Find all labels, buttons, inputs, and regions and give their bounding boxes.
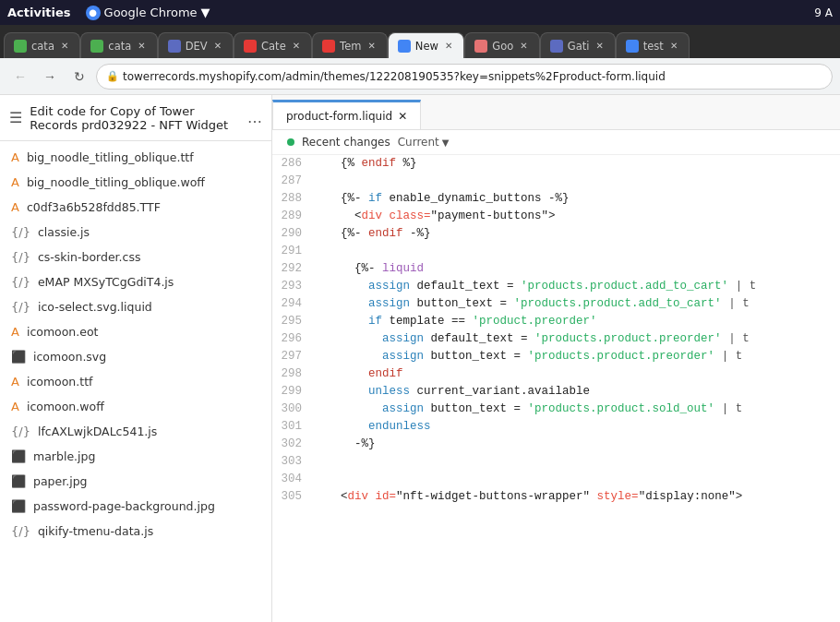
- tab-close-icon[interactable]: ✕: [594, 40, 605, 52]
- font-file-icon: A: [11, 150, 19, 164]
- image-file-icon: ⬛: [11, 474, 26, 488]
- browser-tab-tab5[interactable]: Tem✕: [312, 32, 388, 58]
- line-number: 300: [272, 401, 309, 418]
- tab-close-icon[interactable]: ✕: [443, 40, 454, 52]
- font-file-icon: A: [11, 200, 19, 214]
- css-file-icon: {/}: [11, 250, 30, 264]
- browser-tab-tab2[interactable]: cata✕: [80, 32, 157, 58]
- forward-button[interactable]: →: [37, 64, 63, 90]
- tab-title: Cate: [261, 40, 286, 53]
- line-code[interactable]: {%- liquid: [309, 260, 840, 278]
- tab-title: Tem: [340, 40, 361, 53]
- line-code[interactable]: endif: [309, 365, 840, 383]
- file-name: big_noodle_titling_oblique.ttf: [27, 150, 194, 164]
- sidebar-file-item[interactable]: Aicomoon.eot: [0, 319, 271, 344]
- browser-tab-tab6[interactable]: New✕: [388, 32, 464, 58]
- line-code[interactable]: if template == 'product.preorder': [309, 313, 840, 330]
- line-code[interactable]: {%- endif -%}: [309, 225, 840, 243]
- line-code[interactable]: [309, 471, 840, 488]
- file-name: qikify-tmenu-data.js: [38, 524, 153, 538]
- close-tab-icon[interactable]: ✕: [398, 110, 407, 123]
- sidebar-file-item[interactable]: {/}classie.js: [0, 220, 271, 245]
- line-number: 289: [272, 208, 309, 225]
- table-row: 295 if template == 'product.preorder': [272, 313, 840, 330]
- tab-close-icon[interactable]: ✕: [59, 40, 70, 52]
- line-code[interactable]: -%}: [309, 436, 840, 453]
- line-code[interactable]: [309, 243, 840, 260]
- line-code[interactable]: assign default_text = 'products.product.…: [309, 330, 840, 348]
- reload-button[interactable]: ↻: [66, 64, 92, 90]
- sidebar-file-item[interactable]: ⬛marble.jpg: [0, 444, 271, 469]
- tab-close-icon[interactable]: ✕: [518, 40, 529, 52]
- tab-title: test: [643, 40, 664, 53]
- line-number: 295: [272, 313, 309, 330]
- browser-tab-tab8[interactable]: Gati✕: [540, 32, 616, 58]
- table-row: 296 assign default_text = 'products.prod…: [272, 330, 840, 348]
- tab-close-icon[interactable]: ✕: [212, 40, 223, 52]
- browser-tab-tab7[interactable]: Goo✕: [464, 32, 539, 58]
- sidebar-file-item[interactable]: ⬛paper.jpg: [0, 469, 271, 494]
- line-code[interactable]: {%- if enable_dynamic_buttons -%}: [309, 190, 840, 208]
- browser-tab-tab9[interactable]: test✕: [616, 32, 690, 58]
- code-editor[interactable]: 286 {% endif %}287 288 {%- if enable_dyn…: [272, 155, 840, 622]
- line-code[interactable]: endunless: [309, 418, 840, 436]
- line-code[interactable]: unless current_variant.available: [309, 383, 840, 401]
- current-dropdown[interactable]: Current ▼: [398, 136, 450, 149]
- tab-bar: cata✕cata✕DEV✕Cate✕Tem✕New✕Goo✕Gati✕test…: [0, 25, 840, 58]
- browser-tab-tab3[interactable]: DEV✕: [158, 32, 234, 58]
- line-code[interactable]: assign button_text = 'products.product.p…: [309, 348, 840, 365]
- sidebar-file-item[interactable]: {/}qikify-tmenu-data.js: [0, 519, 271, 544]
- sidebar-file-item[interactable]: Aicomoon.ttf: [0, 369, 271, 394]
- js-file-icon: {/}: [11, 425, 30, 438]
- tab-close-icon[interactable]: ✕: [366, 40, 377, 52]
- line-number: 291: [272, 243, 309, 260]
- line-code[interactable]: assign button_text = 'products.product.a…: [309, 295, 840, 313]
- line-code[interactable]: <div id="nft-widget-buttons-wrapper" sty…: [309, 488, 840, 506]
- editor-tab-label: product-form.liquid: [286, 110, 392, 123]
- activities-label[interactable]: Activities: [7, 6, 71, 19]
- browser-content: ☰ Edit code for Copy of Tower Records pr…: [0, 95, 840, 622]
- sidebar-file-item[interactable]: {/}ico-select.svg.liquid: [0, 294, 271, 319]
- line-number: 294: [272, 295, 309, 313]
- sidebar-file-item[interactable]: {/}cs-skin-border.css: [0, 245, 271, 269]
- tab-title: cata: [108, 40, 131, 53]
- browser-tab-tab4[interactable]: Cate✕: [234, 32, 312, 58]
- line-code[interactable]: assign button_text = 'products.product.s…: [309, 401, 840, 418]
- line-code[interactable]: [309, 453, 840, 471]
- sidebar-menu-icon[interactable]: …: [247, 109, 262, 126]
- line-number: 296: [272, 330, 309, 348]
- sidebar-file-item[interactable]: ⬛icomoon.svg: [0, 344, 271, 369]
- line-code[interactable]: assign default_text = 'products.product.…: [309, 278, 840, 295]
- browser-tab-tab1[interactable]: cata✕: [4, 32, 80, 58]
- file-name: eMAP MXSyTCgGdiT4.js: [38, 275, 174, 289]
- tab-title: DEV: [186, 40, 208, 53]
- line-code[interactable]: [309, 173, 840, 190]
- image-file-icon: ⬛: [11, 499, 26, 513]
- back-button[interactable]: ←: [7, 64, 33, 90]
- sidebar-file-item[interactable]: Ac0df3a6b528fdd85.TTF: [0, 195, 271, 220]
- lock-icon: 🔒: [106, 70, 119, 82]
- tab-close-icon[interactable]: ✕: [668, 40, 679, 52]
- sidebar-toggle-icon[interactable]: ☰: [9, 109, 22, 126]
- tab-close-icon[interactable]: ✕: [291, 40, 302, 52]
- table-row: 294 assign button_text = 'products.produ…: [272, 295, 840, 313]
- sidebar-file-item[interactable]: {/}eMAP MXSyTCgGdiT4.js: [0, 269, 271, 294]
- line-number: 297: [272, 348, 309, 365]
- sidebar-file-item[interactable]: ⬛password-page-background.jpg: [0, 494, 271, 519]
- sidebar-file-item[interactable]: Abig_noodle_titling_oblique.ttf: [0, 145, 271, 170]
- line-code[interactable]: {% endif %}: [309, 155, 840, 173]
- sidebar-file-item[interactable]: Aicomoon.woff: [0, 394, 271, 419]
- line-code[interactable]: <div class="payment-buttons">: [309, 208, 840, 225]
- line-number: 293: [272, 278, 309, 295]
- sidebar-file-item[interactable]: {/}lfcAXLwjkDALc541.js: [0, 419, 271, 444]
- tab-close-icon[interactable]: ✕: [136, 40, 147, 52]
- tab-favicon: [168, 40, 181, 53]
- address-bar[interactable]: 🔒 towerrecords.myshopify.com/admin/theme…: [96, 64, 833, 90]
- sidebar-file-item[interactable]: Abig_noodle_titling_oblique.woff: [0, 170, 271, 195]
- sidebar-file-list: Abig_noodle_titling_oblique.ttfAbig_nood…: [0, 141, 271, 622]
- os-time: 9 A: [814, 6, 833, 19]
- line-number: 301: [272, 418, 309, 436]
- font-file-icon: A: [11, 375, 19, 389]
- line-number: 288: [272, 190, 309, 208]
- tab-product-form[interactable]: product-form.liquid ✕: [272, 100, 421, 129]
